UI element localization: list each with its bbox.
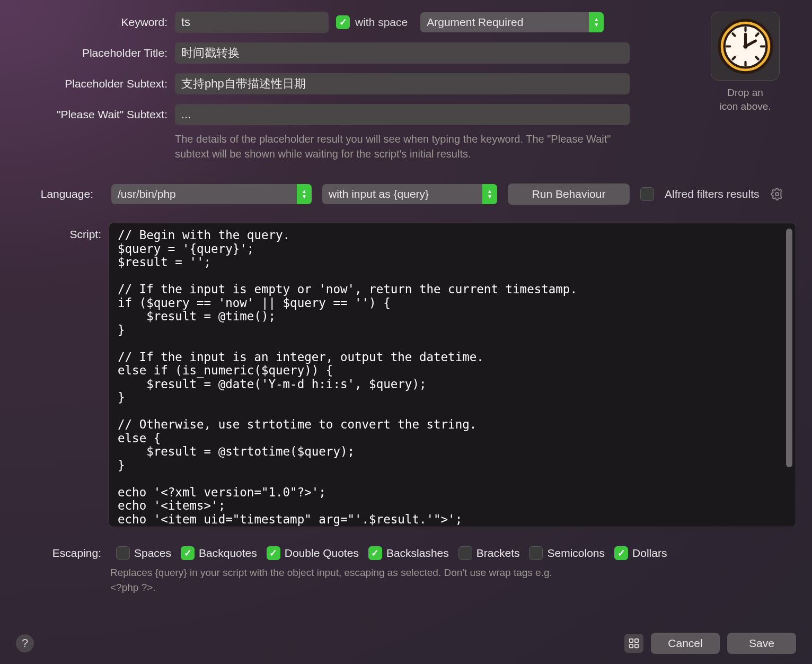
escaping-semicolons-checkbox[interactable]	[529, 546, 543, 560]
escaping-brackets-checkbox[interactable]	[458, 546, 472, 560]
icon-well-caption-2: icon above.	[698, 100, 793, 113]
argument-mode-select[interactable]: Argument Required ▲▼	[420, 12, 604, 32]
chevron-updown-icon: ▲▼	[297, 184, 312, 204]
script-label: Script:	[16, 223, 109, 241]
escaping-option-label: Backslashes	[386, 547, 449, 560]
escaping-double-quotes-checkbox[interactable]	[267, 546, 280, 560]
placeholder-title-label: Placeholder Title:	[16, 47, 175, 59]
language-select[interactable]: /usr/bin/php ▲▼	[111, 184, 312, 204]
please-wait-input[interactable]	[175, 104, 630, 125]
alfred-filters-checkbox[interactable]	[640, 187, 654, 201]
cancel-button[interactable]: Cancel	[651, 633, 720, 654]
escaping-backquotes-checkbox[interactable]	[181, 546, 195, 560]
help-button[interactable]: ?	[16, 634, 34, 652]
chevron-updown-icon: ▲▼	[482, 184, 497, 204]
with-space-checkbox[interactable]	[336, 15, 350, 29]
chevron-updown-icon: ▲▼	[589, 12, 604, 32]
svg-rect-17	[635, 644, 638, 648]
svg-line-8	[756, 57, 758, 59]
language-label: Language:	[16, 188, 101, 200]
svg-rect-14	[630, 639, 633, 642]
escaping-option-label: Semicolons	[547, 547, 605, 560]
placeholder-subtext-input[interactable]	[175, 73, 630, 94]
input-mode-select[interactable]: with input as {query} ▲▼	[322, 184, 497, 204]
keyword-label: Keyword:	[16, 16, 175, 29]
svg-line-7	[732, 33, 735, 36]
script-editor[interactable]: // Begin with the query. $query = '{quer…	[109, 223, 796, 527]
argument-mode-value: Argument Required	[427, 16, 523, 29]
escaping-label: Escaping:	[16, 547, 109, 560]
grid-icon[interactable]	[624, 634, 643, 653]
with-space-label: with space	[355, 16, 408, 29]
input-mode-value: with input as {query}	[329, 188, 429, 200]
alfred-filters-label: Alfred filters results	[665, 188, 760, 200]
clock-icon	[718, 19, 773, 74]
icon-drop-well[interactable]	[711, 12, 780, 81]
scrollbar[interactable]	[786, 229, 792, 467]
escaping-dollars-checkbox[interactable]	[614, 546, 628, 560]
placeholder-help-text: The details of the placeholder result yo…	[175, 132, 625, 161]
icon-well-caption-1: Drop an	[698, 86, 793, 100]
escaping-help-text: Replaces {query} in your script with the…	[110, 565, 561, 595]
svg-point-13	[743, 44, 747, 48]
placeholder-title-input[interactable]	[175, 42, 630, 64]
svg-rect-16	[630, 644, 633, 648]
please-wait-label: "Please Wait" Subtext:	[16, 108, 175, 121]
escaping-spaces-checkbox[interactable]	[116, 546, 130, 560]
escaping-backslashes-checkbox[interactable]	[368, 546, 382, 560]
run-behaviour-button[interactable]: Run Behaviour	[508, 184, 630, 205]
svg-rect-15	[635, 639, 638, 642]
gear-icon[interactable]	[770, 187, 784, 201]
svg-line-10	[756, 33, 758, 36]
keyword-input[interactable]	[175, 12, 329, 33]
save-button[interactable]: Save	[727, 633, 796, 654]
script-content: // Begin with the query. $query = '{quer…	[109, 223, 796, 527]
placeholder-subtext-label: Placeholder Subtext:	[16, 77, 175, 90]
svg-point-0	[775, 193, 779, 196]
escaping-option-label: Spaces	[134, 547, 171, 560]
svg-line-9	[732, 57, 735, 59]
escaping-option-label: Brackets	[476, 547, 520, 560]
escaping-option-label: Backquotes	[199, 547, 257, 560]
escaping-option-label: Double Quotes	[285, 547, 359, 560]
language-value: /usr/bin/php	[118, 188, 176, 200]
escaping-option-label: Dollars	[632, 547, 667, 560]
